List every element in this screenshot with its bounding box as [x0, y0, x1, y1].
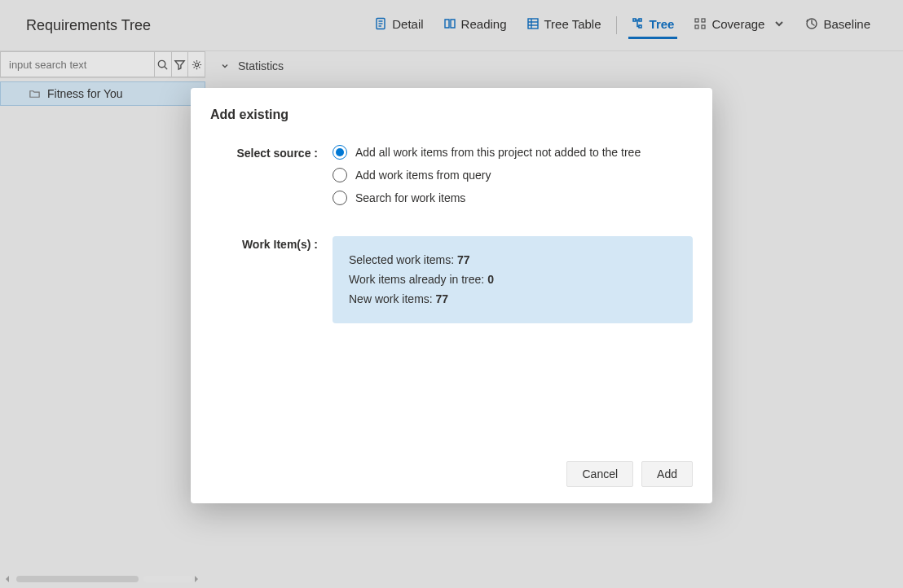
- scrollbar-track: [143, 576, 192, 582]
- workitems-row: Work Item(s) : Selected work items: 77 W…: [210, 236, 693, 323]
- radio-icon: [333, 191, 347, 205]
- source-option-all[interactable]: Add all work items from this project not…: [333, 145, 693, 160]
- scroll-left-icon: [3, 575, 11, 583]
- source-option-search[interactable]: Search for work items: [333, 191, 693, 205]
- option-label: Add all work items from this project not…: [355, 146, 641, 159]
- workitems-label: Work Item(s) :: [210, 236, 333, 323]
- option-label: Search for work items: [355, 191, 465, 204]
- source-row: Select source : Add all work items from …: [210, 145, 693, 213]
- add-button[interactable]: Add: [641, 461, 693, 487]
- cancel-button[interactable]: Cancel: [566, 461, 633, 487]
- scroll-right-icon: [192, 575, 200, 583]
- dialog-title: Add existing: [210, 108, 693, 122]
- scrollbar-thumb[interactable]: [16, 576, 139, 582]
- summary-new: New work items: 77: [349, 290, 676, 309]
- option-label: Add work items from query: [355, 169, 491, 182]
- horizontal-scrollbar[interactable]: [3, 575, 200, 583]
- modal-backdrop: Add existing Select source : Add all wor…: [0, 0, 903, 588]
- source-option-query[interactable]: Add work items from query: [333, 168, 693, 182]
- dialog-footer: Cancel Add: [210, 461, 693, 487]
- source-label: Select source :: [210, 145, 333, 213]
- summary-in-tree: Work items already in tree: 0: [349, 270, 676, 290]
- source-options: Add all work items from this project not…: [333, 145, 693, 213]
- summary-selected: Selected work items: 77: [349, 251, 676, 270]
- add-existing-dialog: Add existing Select source : Add all wor…: [191, 88, 712, 503]
- radio-icon: [333, 145, 347, 160]
- radio-icon: [333, 168, 347, 182]
- workitems-summary: Selected work items: 77 Work items alrea…: [333, 236, 693, 323]
